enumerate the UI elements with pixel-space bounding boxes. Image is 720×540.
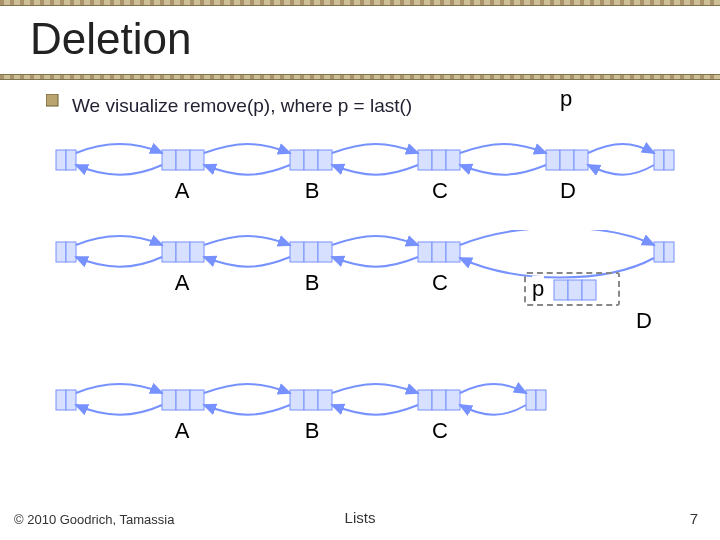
bullet-text: We visualize remove(p), where p = last() bbox=[72, 94, 412, 118]
node-label: C bbox=[426, 178, 454, 204]
node-label: A bbox=[168, 270, 196, 296]
node-label: A bbox=[168, 418, 196, 444]
page-number: 7 bbox=[690, 510, 698, 527]
diagram-stage-3: A B C bbox=[46, 378, 700, 442]
pointer-label-p-2: p bbox=[532, 276, 544, 302]
footer-title: Lists bbox=[0, 509, 720, 526]
svg-rect-0 bbox=[46, 94, 58, 106]
node-label: B bbox=[298, 270, 326, 296]
node-label: C bbox=[426, 270, 454, 296]
top-rail bbox=[0, 0, 720, 6]
page-title: Deletion bbox=[30, 14, 720, 64]
node-label: B bbox=[298, 418, 326, 444]
node-label: A bbox=[168, 178, 196, 204]
linked-list-svg-1 bbox=[46, 138, 686, 184]
node-label: B bbox=[298, 178, 326, 204]
diagram-stage-1: A B C D bbox=[46, 138, 700, 210]
detached-node-label: D bbox=[636, 308, 652, 334]
node-label: C bbox=[426, 418, 454, 444]
bullet-icon bbox=[46, 94, 64, 112]
node-label: D bbox=[554, 178, 582, 204]
pointer-label-p-1: p bbox=[560, 86, 572, 112]
bullet-item: We visualize remove(p), where p = last() bbox=[46, 94, 700, 118]
linked-list-svg-3 bbox=[46, 378, 686, 424]
diagram-stage-2: A B C p D bbox=[46, 230, 700, 358]
